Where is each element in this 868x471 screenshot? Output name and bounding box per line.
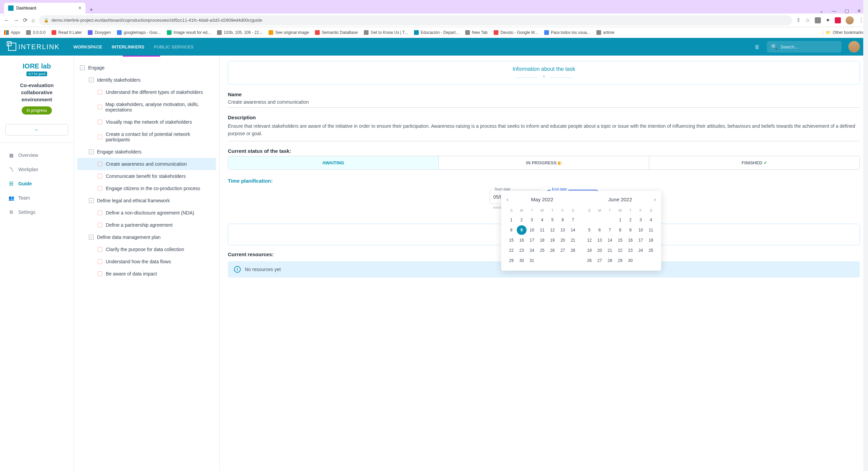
calendar-day[interactable]: 30 bbox=[517, 256, 526, 265]
bookmark-item[interactable]: Educación - Depart... bbox=[414, 30, 459, 35]
name-value[interactable]: Create awareness and communication bbox=[228, 99, 860, 108]
calendar-day[interactable]: 27 bbox=[558, 246, 567, 255]
extension-icon[interactable] bbox=[835, 17, 841, 23]
status-awaiting[interactable]: AWAITING bbox=[228, 156, 439, 169]
bookmark-item[interactable]: Doxygen bbox=[88, 30, 111, 35]
forward-icon[interactable]: → bbox=[14, 17, 19, 23]
bookmark-item[interactable]: Read It Later bbox=[52, 30, 82, 35]
calendar-day[interactable]: 29 bbox=[615, 256, 625, 265]
nav-public-services[interactable]: PUBLIC SERVICES bbox=[154, 44, 194, 49]
calendar-day[interactable]: 15 bbox=[615, 236, 625, 245]
tree-item[interactable]: −Identify stakeholders bbox=[77, 74, 216, 86]
info-card[interactable]: Information about the task ⌃ bbox=[228, 61, 860, 85]
other-bookmarks[interactable]: | 📁 Other bookmarks bbox=[823, 30, 864, 35]
share-icon[interactable]: ⇪ bbox=[796, 17, 801, 23]
calendar-day[interactable]: 20 bbox=[595, 246, 604, 255]
home-icon[interactable]: ⌂ bbox=[32, 17, 35, 23]
sidebar-item-overview[interactable]: ▦Overview bbox=[0, 148, 74, 162]
tree-item[interactable]: −Define data management plan bbox=[77, 231, 216, 243]
profile-avatar-icon[interactable] bbox=[846, 16, 854, 24]
collapse-icon[interactable]: − bbox=[89, 235, 94, 240]
calendar-day[interactable]: 24 bbox=[636, 246, 645, 255]
collapse-icon[interactable]: − bbox=[89, 198, 94, 203]
apps-button[interactable]: Apps bbox=[4, 30, 20, 35]
desc-value[interactable]: Ensure that relevant stakeholders are aw… bbox=[228, 122, 860, 141]
tree-item[interactable]: −Engage stakeholders bbox=[77, 146, 216, 158]
calendar-day[interactable]: 8 bbox=[507, 225, 516, 235]
calendar-day[interactable]: 26 bbox=[585, 256, 594, 265]
status-finished[interactable]: FINISHED ✓ bbox=[649, 156, 860, 169]
tree-item[interactable]: Understand how the data flows bbox=[77, 255, 216, 268]
calendar-day[interactable]: 17 bbox=[636, 236, 645, 245]
calendar-day[interactable]: 12 bbox=[548, 225, 557, 235]
tune-icon[interactable]: ⫼ bbox=[754, 43, 760, 50]
search-box[interactable]: 🔍 bbox=[767, 41, 842, 53]
puzzle-icon[interactable]: ✦ bbox=[826, 17, 830, 23]
calendar-day[interactable]: 6 bbox=[595, 225, 604, 235]
calendar-day[interactable]: 25 bbox=[537, 246, 547, 255]
tree-item[interactable]: Communicate benefit for stakeholders bbox=[77, 170, 216, 182]
calendar-day[interactable]: 16 bbox=[517, 236, 526, 245]
calendar-day[interactable]: 23 bbox=[517, 246, 526, 255]
close-window-icon[interactable]: ✕ bbox=[857, 8, 861, 14]
calendar-day[interactable]: 7 bbox=[605, 225, 615, 235]
calendar-day[interactable]: 11 bbox=[646, 225, 656, 235]
calendar-day[interactable]: 19 bbox=[585, 246, 594, 255]
bookmark-item[interactable]: artime bbox=[596, 30, 614, 35]
calendar-day[interactable]: 13 bbox=[595, 236, 604, 245]
calendar-day[interactable]: 3 bbox=[636, 215, 645, 225]
calendar-day[interactable]: 15 bbox=[507, 236, 516, 245]
sidebar-item-team[interactable]: 👥Team bbox=[0, 191, 74, 205]
tree-item[interactable]: −Define legal and ethical framework bbox=[77, 194, 216, 207]
tree-item[interactable]: Map stakeholders, analyse motivation, sk… bbox=[77, 98, 216, 116]
calendar-day[interactable]: 8 bbox=[615, 225, 625, 235]
calendar-day[interactable]: 28 bbox=[605, 256, 615, 265]
sidebar-item-guide[interactable]: ☵Guide bbox=[0, 177, 74, 191]
calendar-day[interactable]: 21 bbox=[605, 246, 615, 255]
sidebar-item-workplan[interactable]: 〽Workplan bbox=[0, 162, 74, 177]
calendar-day[interactable]: 17 bbox=[527, 236, 537, 245]
calendar-day[interactable]: 1 bbox=[507, 215, 516, 225]
bookmark-item[interactable]: Deusto - Google M... bbox=[494, 30, 538, 35]
collapse-icon[interactable]: − bbox=[89, 78, 94, 82]
prev-month-icon[interactable]: ‹ bbox=[507, 197, 508, 203]
calendar-day[interactable]: 28 bbox=[568, 246, 578, 255]
calendar-day[interactable]: 21 bbox=[568, 236, 578, 245]
bookmark-item[interactable]: Get to Know Us | T... bbox=[364, 30, 408, 35]
calendar-day[interactable]: 2 bbox=[517, 215, 526, 225]
bookmark-item[interactable]: 0.0.0.0 bbox=[26, 30, 45, 35]
status-in-progress[interactable]: IN PROGRESS ◐ bbox=[439, 156, 649, 169]
caret-down-icon[interactable]: ⌄ bbox=[820, 8, 824, 14]
bookmark-item[interactable]: Semantic DataBase bbox=[315, 30, 358, 35]
sidebar-item-settings[interactable]: ⚙Settings bbox=[0, 205, 74, 219]
tree-item[interactable]: Be aware of data impact bbox=[77, 268, 216, 280]
nav-interlinkers[interactable]: INTERLINKERS bbox=[112, 44, 144, 49]
bookmark-item[interactable]: Para todos los usua... bbox=[544, 30, 590, 35]
maximize-icon[interactable]: ▢ bbox=[845, 8, 849, 14]
tree-item[interactable]: Visually map the network of stakeholders bbox=[77, 116, 216, 128]
tree-item[interactable]: Clarify the purpose for data collection bbox=[77, 243, 216, 255]
bookmark-item[interactable]: See original image bbox=[269, 30, 309, 35]
calendar-day[interactable]: 1 bbox=[615, 215, 625, 225]
calendar-day[interactable]: 26 bbox=[548, 246, 557, 255]
calendar-day[interactable]: 29 bbox=[507, 256, 516, 265]
calendar-day[interactable]: 31 bbox=[527, 256, 537, 265]
reload-icon[interactable]: ⟳ bbox=[23, 17, 27, 23]
browser-tab[interactable]: Dashboard × bbox=[4, 3, 85, 14]
calendar-day[interactable]: 2 bbox=[626, 215, 635, 225]
star-icon[interactable]: ☆ bbox=[805, 17, 810, 23]
url-bar[interactable]: 🔒 demo.interlink-project.eu/dashboard/co… bbox=[39, 15, 792, 25]
collapse-icon[interactable]: − bbox=[80, 65, 85, 70]
calendar-day[interactable]: 25 bbox=[646, 246, 656, 255]
calendar-day[interactable]: 24 bbox=[527, 246, 537, 255]
calendar-day[interactable]: 9 bbox=[626, 225, 635, 235]
scrollbar[interactable] bbox=[863, 0, 868, 471]
bookmark-item[interactable]: Image result for ed... bbox=[167, 30, 211, 35]
tree-item[interactable]: −Engage bbox=[77, 62, 216, 74]
calendar-day[interactable]: 18 bbox=[646, 236, 656, 245]
chevron-up-icon[interactable]: ⌃ bbox=[233, 75, 855, 80]
user-avatar[interactable] bbox=[848, 41, 860, 53]
calendar-day[interactable]: 3 bbox=[527, 215, 537, 225]
calendar-day[interactable]: 18 bbox=[537, 236, 547, 245]
calendar-day[interactable]: 13 bbox=[558, 225, 567, 235]
